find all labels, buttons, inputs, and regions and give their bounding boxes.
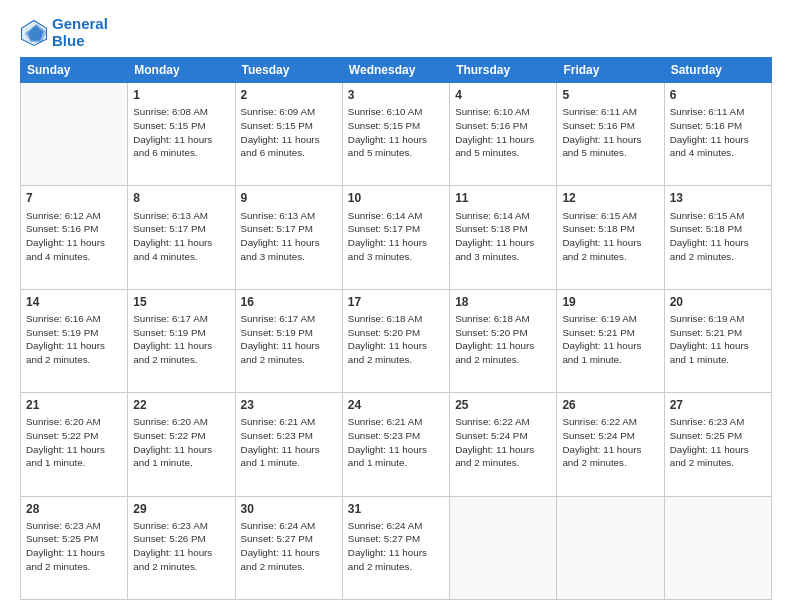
week-row-2: 14Sunrise: 6:16 AMSunset: 5:19 PMDayligh… [21,289,772,392]
day-number: 6 [670,87,766,103]
day-number: 2 [241,87,337,103]
day-cell: 15Sunrise: 6:17 AMSunset: 5:19 PMDayligh… [128,289,235,392]
day-cell: 23Sunrise: 6:21 AMSunset: 5:23 PMDayligh… [235,393,342,496]
day-number: 28 [26,501,122,517]
weekday-monday: Monday [128,58,235,83]
day-info: Sunrise: 6:19 AMSunset: 5:21 PMDaylight:… [670,312,766,367]
day-number: 20 [670,294,766,310]
day-info: Sunrise: 6:22 AMSunset: 5:24 PMDaylight:… [562,415,658,470]
day-info: Sunrise: 6:17 AMSunset: 5:19 PMDaylight:… [133,312,229,367]
week-row-4: 28Sunrise: 6:23 AMSunset: 5:25 PMDayligh… [21,496,772,599]
day-number: 13 [670,190,766,206]
day-number: 10 [348,190,444,206]
day-cell: 11Sunrise: 6:14 AMSunset: 5:18 PMDayligh… [450,186,557,289]
page: General Blue SundayMondayTuesdayWednesda… [0,0,792,612]
day-cell [557,496,664,599]
day-info: Sunrise: 6:20 AMSunset: 5:22 PMDaylight:… [133,415,229,470]
day-cell [664,496,771,599]
day-cell: 22Sunrise: 6:20 AMSunset: 5:22 PMDayligh… [128,393,235,496]
day-cell: 20Sunrise: 6:19 AMSunset: 5:21 PMDayligh… [664,289,771,392]
day-number: 22 [133,397,229,413]
day-cell: 21Sunrise: 6:20 AMSunset: 5:22 PMDayligh… [21,393,128,496]
day-info: Sunrise: 6:10 AMSunset: 5:16 PMDaylight:… [455,105,551,160]
day-cell: 27Sunrise: 6:23 AMSunset: 5:25 PMDayligh… [664,393,771,496]
day-info: Sunrise: 6:17 AMSunset: 5:19 PMDaylight:… [241,312,337,367]
day-number: 30 [241,501,337,517]
day-info: Sunrise: 6:22 AMSunset: 5:24 PMDaylight:… [455,415,551,470]
day-number: 29 [133,501,229,517]
day-info: Sunrise: 6:12 AMSunset: 5:16 PMDaylight:… [26,209,122,264]
day-number: 21 [26,397,122,413]
day-number: 17 [348,294,444,310]
week-row-1: 7Sunrise: 6:12 AMSunset: 5:16 PMDaylight… [21,186,772,289]
day-cell: 10Sunrise: 6:14 AMSunset: 5:17 PMDayligh… [342,186,449,289]
day-number: 26 [562,397,658,413]
day-number: 27 [670,397,766,413]
day-cell: 24Sunrise: 6:21 AMSunset: 5:23 PMDayligh… [342,393,449,496]
day-number: 8 [133,190,229,206]
day-info: Sunrise: 6:19 AMSunset: 5:21 PMDaylight:… [562,312,658,367]
day-cell: 2Sunrise: 6:09 AMSunset: 5:15 PMDaylight… [235,83,342,186]
logo-text: General Blue [52,16,108,49]
week-row-0: 1Sunrise: 6:08 AMSunset: 5:15 PMDaylight… [21,83,772,186]
day-info: Sunrise: 6:09 AMSunset: 5:15 PMDaylight:… [241,105,337,160]
day-cell: 6Sunrise: 6:11 AMSunset: 5:16 PMDaylight… [664,83,771,186]
day-cell [21,83,128,186]
day-cell: 18Sunrise: 6:18 AMSunset: 5:20 PMDayligh… [450,289,557,392]
day-cell: 30Sunrise: 6:24 AMSunset: 5:27 PMDayligh… [235,496,342,599]
day-info: Sunrise: 6:08 AMSunset: 5:15 PMDaylight:… [133,105,229,160]
day-info: Sunrise: 6:23 AMSunset: 5:26 PMDaylight:… [133,519,229,574]
logo: General Blue [20,16,108,49]
day-number: 16 [241,294,337,310]
weekday-wednesday: Wednesday [342,58,449,83]
day-number: 24 [348,397,444,413]
day-cell: 7Sunrise: 6:12 AMSunset: 5:16 PMDaylight… [21,186,128,289]
weekday-header-row: SundayMondayTuesdayWednesdayThursdayFrid… [21,58,772,83]
day-cell: 17Sunrise: 6:18 AMSunset: 5:20 PMDayligh… [342,289,449,392]
calendar-table: SundayMondayTuesdayWednesdayThursdayFrid… [20,57,772,600]
day-number: 19 [562,294,658,310]
day-info: Sunrise: 6:15 AMSunset: 5:18 PMDaylight:… [562,209,658,264]
day-cell: 13Sunrise: 6:15 AMSunset: 5:18 PMDayligh… [664,186,771,289]
day-info: Sunrise: 6:23 AMSunset: 5:25 PMDaylight:… [26,519,122,574]
day-info: Sunrise: 6:18 AMSunset: 5:20 PMDaylight:… [455,312,551,367]
weekday-thursday: Thursday [450,58,557,83]
day-number: 9 [241,190,337,206]
day-info: Sunrise: 6:11 AMSunset: 5:16 PMDaylight:… [670,105,766,160]
day-info: Sunrise: 6:20 AMSunset: 5:22 PMDaylight:… [26,415,122,470]
day-number: 12 [562,190,658,206]
day-cell: 12Sunrise: 6:15 AMSunset: 5:18 PMDayligh… [557,186,664,289]
day-cell: 5Sunrise: 6:11 AMSunset: 5:16 PMDaylight… [557,83,664,186]
day-info: Sunrise: 6:15 AMSunset: 5:18 PMDaylight:… [670,209,766,264]
day-number: 15 [133,294,229,310]
day-info: Sunrise: 6:10 AMSunset: 5:15 PMDaylight:… [348,105,444,160]
day-number: 11 [455,190,551,206]
day-cell [450,496,557,599]
day-number: 5 [562,87,658,103]
day-number: 23 [241,397,337,413]
day-number: 25 [455,397,551,413]
day-info: Sunrise: 6:21 AMSunset: 5:23 PMDaylight:… [348,415,444,470]
day-cell: 8Sunrise: 6:13 AMSunset: 5:17 PMDaylight… [128,186,235,289]
day-info: Sunrise: 6:13 AMSunset: 5:17 PMDaylight:… [241,209,337,264]
day-info: Sunrise: 6:18 AMSunset: 5:20 PMDaylight:… [348,312,444,367]
day-cell: 28Sunrise: 6:23 AMSunset: 5:25 PMDayligh… [21,496,128,599]
day-cell: 25Sunrise: 6:22 AMSunset: 5:24 PMDayligh… [450,393,557,496]
day-info: Sunrise: 6:11 AMSunset: 5:16 PMDaylight:… [562,105,658,160]
day-info: Sunrise: 6:24 AMSunset: 5:27 PMDaylight:… [348,519,444,574]
day-info: Sunrise: 6:23 AMSunset: 5:25 PMDaylight:… [670,415,766,470]
day-number: 31 [348,501,444,517]
day-cell: 31Sunrise: 6:24 AMSunset: 5:27 PMDayligh… [342,496,449,599]
day-info: Sunrise: 6:21 AMSunset: 5:23 PMDaylight:… [241,415,337,470]
day-cell: 14Sunrise: 6:16 AMSunset: 5:19 PMDayligh… [21,289,128,392]
weekday-friday: Friday [557,58,664,83]
weekday-sunday: Sunday [21,58,128,83]
day-cell: 19Sunrise: 6:19 AMSunset: 5:21 PMDayligh… [557,289,664,392]
day-number: 18 [455,294,551,310]
day-cell: 3Sunrise: 6:10 AMSunset: 5:15 PMDaylight… [342,83,449,186]
day-cell: 9Sunrise: 6:13 AMSunset: 5:17 PMDaylight… [235,186,342,289]
day-info: Sunrise: 6:14 AMSunset: 5:17 PMDaylight:… [348,209,444,264]
day-number: 1 [133,87,229,103]
day-info: Sunrise: 6:14 AMSunset: 5:18 PMDaylight:… [455,209,551,264]
logo-icon [20,19,48,47]
